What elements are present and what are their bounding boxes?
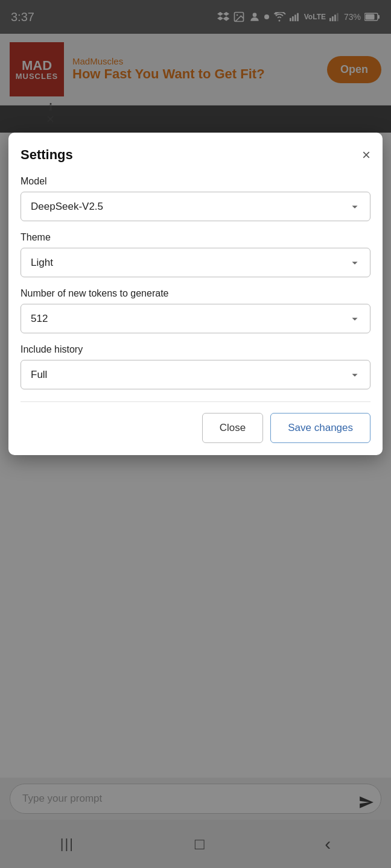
history-group: Include history None Last 5 Full — [21, 344, 370, 389]
model-group: Model DeepSeek-V2.5 GPT-4 Claude 3 — [21, 176, 370, 221]
theme-select[interactable]: Light Dark Auto — [21, 248, 370, 277]
modal-title: Settings — [21, 147, 73, 163]
tokens-label: Number of new tokens to generate — [21, 288, 370, 299]
settings-modal: Settings × Model DeepSeek-V2.5 GPT-4 Cla… — [8, 133, 383, 455]
theme-label: Theme — [21, 232, 370, 243]
tokens-group: Number of new tokens to generate 256 512… — [21, 288, 370, 333]
model-select[interactable]: DeepSeek-V2.5 GPT-4 Claude 3 — [21, 192, 370, 221]
history-label: Include history — [21, 344, 370, 355]
modal-divider — [21, 401, 370, 402]
model-label: Model — [21, 176, 370, 187]
modal-close-button[interactable]: × — [362, 148, 370, 162]
history-select[interactable]: None Last 5 Full — [21, 360, 370, 389]
save-changes-button[interactable]: Save changes — [270, 413, 370, 443]
modal-footer: Close Save changes — [21, 413, 370, 443]
modal-header: Settings × — [21, 147, 370, 163]
tokens-select[interactable]: 256 512 1024 2048 — [21, 304, 370, 333]
theme-group: Theme Light Dark Auto — [21, 232, 370, 277]
close-button[interactable]: Close — [202, 413, 263, 443]
